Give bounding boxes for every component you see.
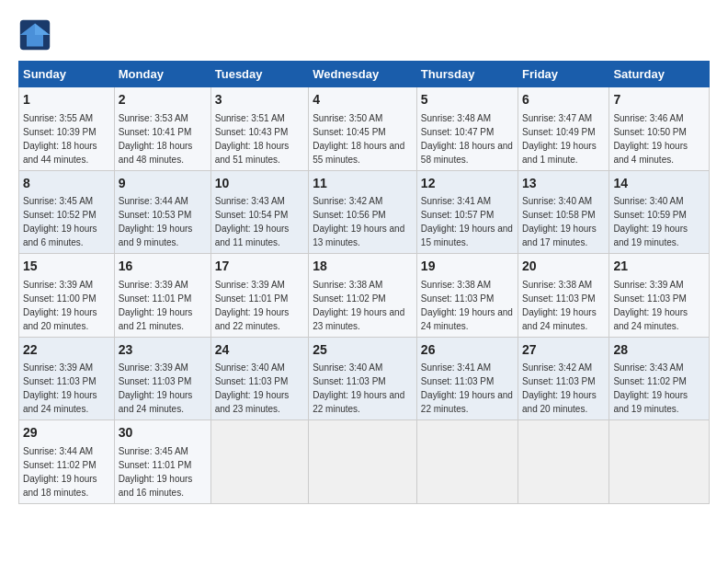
day-info: Sunrise: 3:41 AMSunset: 10:57 PMDaylight… — [421, 194, 514, 249]
calendar-cell — [309, 420, 417, 504]
day-info: Sunrise: 3:38 AMSunset: 11:02 PMDaylight… — [313, 278, 413, 333]
day-info: Sunrise: 3:42 AMSunset: 10:56 PMDaylight… — [313, 194, 413, 249]
calendar-cell: 23Sunrise: 3:39 AMSunset: 11:03 PMDaylig… — [114, 337, 210, 420]
calendar-cell: 6Sunrise: 3:47 AMSunset: 10:49 PMDayligh… — [518, 87, 609, 171]
header-friday: Friday — [518, 62, 609, 87]
header-sunday: Sunday — [19, 62, 115, 87]
calendar-cell: 17Sunrise: 3:39 AMSunset: 11:01 PMDaylig… — [210, 254, 308, 338]
day-number: 16 — [119, 258, 207, 276]
calendar-header-row: SundayMondayTuesdayWednesdayThursdayFrid… — [19, 62, 710, 87]
day-number: 13 — [522, 175, 605, 193]
day-info: Sunrise: 3:48 AMSunset: 10:47 PMDaylight… — [421, 111, 514, 167]
day-number: 15 — [23, 258, 110, 276]
day-info: Sunrise: 3:40 AMSunset: 11:03 PMDaylight… — [313, 361, 413, 416]
day-number: 30 — [119, 424, 207, 442]
day-info: Sunrise: 3:55 AMSunset: 10:39 PMDaylight… — [23, 111, 110, 167]
day-number: 25 — [313, 341, 413, 360]
calendar-cell: 12Sunrise: 3:41 AMSunset: 10:57 PMDaylig… — [416, 170, 518, 254]
page-header — [18, 18, 710, 52]
calendar-cell: 30Sunrise: 3:45 AMSunset: 11:01 PMDaylig… — [114, 420, 210, 504]
day-number: 11 — [313, 175, 413, 193]
day-number: 19 — [421, 258, 514, 276]
calendar-cell: 16Sunrise: 3:39 AMSunset: 11:01 PMDaylig… — [114, 254, 210, 338]
day-info: Sunrise: 3:40 AMSunset: 10:58 PMDaylight… — [522, 194, 605, 249]
day-number: 29 — [23, 424, 110, 442]
day-number: 4 — [313, 91, 413, 109]
calendar-cell: 28Sunrise: 3:43 AMSunset: 11:02 PMDaylig… — [609, 337, 710, 420]
day-info: Sunrise: 3:39 AMSunset: 11:03 PMDaylight… — [119, 361, 207, 416]
logo — [18, 18, 57, 52]
calendar-cell: 18Sunrise: 3:38 AMSunset: 11:02 PMDaylig… — [309, 254, 417, 338]
calendar-cell: 20Sunrise: 3:38 AMSunset: 11:03 PMDaylig… — [518, 254, 609, 338]
day-info: Sunrise: 3:39 AMSunset: 11:03 PMDaylight… — [23, 361, 110, 416]
header-saturday: Saturday — [609, 62, 710, 87]
calendar-cell: 2Sunrise: 3:53 AMSunset: 10:41 PMDayligh… — [114, 87, 210, 171]
calendar-week-row: 8Sunrise: 3:45 AMSunset: 10:52 PMDayligh… — [19, 170, 710, 254]
day-info: Sunrise: 3:46 AMSunset: 10:50 PMDaylight… — [613, 111, 705, 167]
calendar-week-row: 1Sunrise: 3:55 AMSunset: 10:39 PMDayligh… — [19, 87, 710, 171]
day-number: 17 — [215, 258, 304, 276]
calendar-cell: 29Sunrise: 3:44 AMSunset: 11:02 PMDaylig… — [19, 420, 115, 504]
day-info: Sunrise: 3:40 AMSunset: 11:03 PMDaylight… — [215, 361, 304, 416]
day-number: 9 — [119, 175, 207, 193]
day-number: 14 — [613, 175, 705, 193]
calendar-week-row: 29Sunrise: 3:44 AMSunset: 11:02 PMDaylig… — [19, 420, 710, 504]
day-number: 2 — [119, 91, 207, 109]
day-number: 5 — [421, 91, 514, 109]
day-number: 8 — [23, 175, 110, 193]
calendar-cell — [416, 420, 518, 504]
calendar-cell — [210, 420, 308, 504]
header-tuesday: Tuesday — [210, 62, 308, 87]
day-info: Sunrise: 3:47 AMSunset: 10:49 PMDaylight… — [522, 111, 605, 167]
calendar-cell: 1Sunrise: 3:55 AMSunset: 10:39 PMDayligh… — [19, 87, 115, 171]
day-number: 24 — [215, 341, 304, 360]
day-info: Sunrise: 3:44 AMSunset: 11:02 PMDaylight… — [23, 444, 110, 500]
day-info: Sunrise: 3:45 AMSunset: 10:52 PMDaylight… — [23, 194, 110, 249]
calendar-cell: 10Sunrise: 3:43 AMSunset: 10:54 PMDaylig… — [210, 170, 308, 254]
day-number: 10 — [215, 175, 304, 193]
day-info: Sunrise: 3:42 AMSunset: 11:03 PMDaylight… — [522, 361, 605, 416]
logo-icon — [18, 18, 51, 52]
day-number: 3 — [215, 91, 304, 109]
calendar-cell — [518, 420, 609, 504]
header-monday: Monday — [114, 62, 210, 87]
calendar-cell: 7Sunrise: 3:46 AMSunset: 10:50 PMDayligh… — [609, 87, 710, 171]
day-info: Sunrise: 3:43 AMSunset: 11:02 PMDaylight… — [613, 361, 705, 416]
day-number: 7 — [613, 91, 705, 109]
day-info: Sunrise: 3:53 AMSunset: 10:41 PMDaylight… — [119, 111, 207, 167]
day-info: Sunrise: 3:44 AMSunset: 10:53 PMDaylight… — [119, 194, 207, 249]
day-info: Sunrise: 3:39 AMSunset: 11:00 PMDaylight… — [23, 278, 110, 333]
day-number: 26 — [421, 341, 514, 360]
calendar-table: SundayMondayTuesdayWednesdayThursdayFrid… — [18, 61, 710, 504]
day-number: 12 — [421, 175, 514, 193]
day-number: 6 — [522, 91, 605, 109]
calendar-cell: 3Sunrise: 3:51 AMSunset: 10:43 PMDayligh… — [210, 87, 308, 171]
calendar-cell: 11Sunrise: 3:42 AMSunset: 10:56 PMDaylig… — [309, 170, 417, 254]
day-info: Sunrise: 3:38 AMSunset: 11:03 PMDaylight… — [421, 278, 514, 333]
calendar-week-row: 22Sunrise: 3:39 AMSunset: 11:03 PMDaylig… — [19, 337, 710, 420]
calendar-cell: 13Sunrise: 3:40 AMSunset: 10:58 PMDaylig… — [518, 170, 609, 254]
day-info: Sunrise: 3:50 AMSunset: 10:45 PMDaylight… — [313, 111, 413, 167]
day-info: Sunrise: 3:51 AMSunset: 10:43 PMDaylight… — [215, 111, 304, 167]
calendar-cell: 5Sunrise: 3:48 AMSunset: 10:47 PMDayligh… — [416, 87, 518, 171]
calendar-cell — [609, 420, 710, 504]
header-wednesday: Wednesday — [309, 62, 417, 87]
calendar-cell: 8Sunrise: 3:45 AMSunset: 10:52 PMDayligh… — [19, 170, 115, 254]
day-info: Sunrise: 3:38 AMSunset: 11:03 PMDaylight… — [522, 278, 605, 333]
calendar-cell: 27Sunrise: 3:42 AMSunset: 11:03 PMDaylig… — [518, 337, 609, 420]
calendar-cell: 15Sunrise: 3:39 AMSunset: 11:00 PMDaylig… — [19, 254, 115, 338]
day-info: Sunrise: 3:40 AMSunset: 10:59 PMDaylight… — [613, 194, 705, 249]
header-thursday: Thursday — [416, 62, 518, 87]
day-number: 23 — [119, 341, 207, 360]
day-number: 21 — [613, 258, 705, 276]
calendar-cell: 22Sunrise: 3:39 AMSunset: 11:03 PMDaylig… — [19, 337, 115, 420]
day-number: 27 — [522, 341, 605, 360]
day-number: 28 — [613, 341, 705, 360]
calendar-cell: 24Sunrise: 3:40 AMSunset: 11:03 PMDaylig… — [210, 337, 308, 420]
calendar-cell: 26Sunrise: 3:41 AMSunset: 11:03 PMDaylig… — [416, 337, 518, 420]
day-info: Sunrise: 3:39 AMSunset: 11:01 PMDaylight… — [119, 278, 207, 333]
day-number: 22 — [23, 341, 110, 360]
calendar-cell: 21Sunrise: 3:39 AMSunset: 11:03 PMDaylig… — [609, 254, 710, 338]
day-info: Sunrise: 3:43 AMSunset: 10:54 PMDaylight… — [215, 194, 304, 249]
calendar-cell: 4Sunrise: 3:50 AMSunset: 10:45 PMDayligh… — [309, 87, 417, 171]
